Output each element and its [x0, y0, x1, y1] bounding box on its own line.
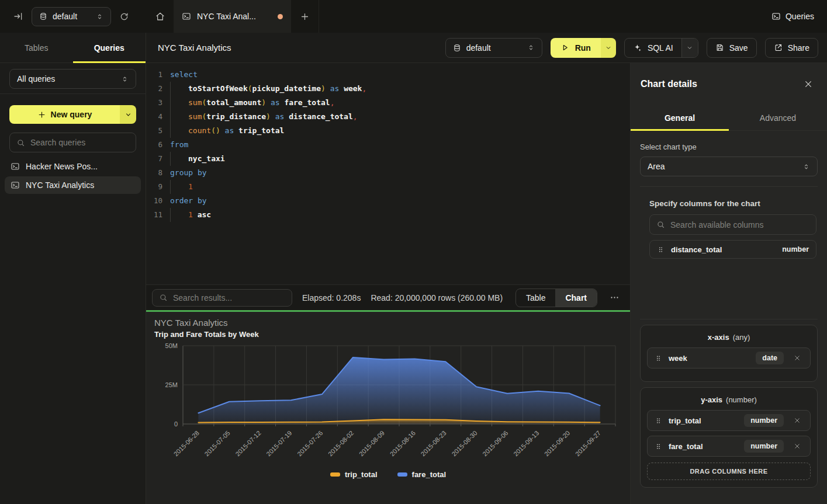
divider — [0, 93, 146, 94]
new-query-main[interactable]: New query — [9, 105, 120, 124]
rows-read: Read: 20,000,000 rows (260.00 MB) — [371, 293, 503, 303]
line-number: 10 — [146, 194, 162, 208]
x-axis-title: x-axis(any) — [647, 333, 811, 342]
query-list-item-selected[interactable]: NYC Taxi Analytics — [5, 176, 141, 194]
sql-ai-button[interactable]: SQL AI — [624, 38, 698, 58]
search-columns-box — [649, 214, 816, 235]
tab-general[interactable]: General — [631, 105, 729, 130]
drag-handle-icon[interactable] — [657, 246, 665, 253]
search-columns-input[interactable] — [670, 220, 809, 230]
legend-swatch-orange — [330, 472, 340, 477]
sql-ai-dropdown[interactable] — [681, 39, 698, 57]
topbar-left: default — [0, 0, 146, 33]
x-tick-label: 2015-07-05 — [203, 429, 231, 457]
share-button[interactable]: Share — [765, 38, 818, 58]
y-axis-column-trip-total[interactable]: trip_total number — [647, 410, 811, 431]
available-column-distance-total[interactable]: distance_total number — [649, 240, 816, 259]
divider — [640, 186, 818, 187]
tab-queries-label: Queries — [94, 43, 124, 53]
line-number: 8 — [146, 166, 162, 180]
view-toggle: Table Chart — [515, 289, 597, 307]
close-icon[interactable] — [804, 79, 813, 89]
x-tick-label: 2015-08-16 — [389, 429, 417, 457]
svg-text:50M: 50M — [165, 342, 178, 349]
search-results-input[interactable] — [173, 293, 285, 303]
new-tab-button[interactable] — [291, 0, 319, 33]
y-axis-column-fare-total[interactable]: fare_total number — [647, 436, 811, 457]
code-line: 1select — [146, 68, 630, 82]
legend-item-fare-total[interactable]: fare_total — [397, 470, 447, 479]
y-axis-title: y-axis(number) — [647, 395, 811, 404]
chart-type-select[interactable]: Area — [640, 157, 818, 176]
toolbar-database-value: default — [466, 43, 522, 53]
collapse-sidebar-icon[interactable] — [11, 9, 26, 24]
remove-column-icon[interactable] — [790, 353, 804, 363]
x-tick-label: 2015-08-02 — [327, 429, 355, 457]
drag-handle-icon[interactable] — [655, 443, 662, 450]
query-filter-select[interactable]: All queries — [9, 69, 136, 89]
query-toolbar: NYC Taxi Analytics default Run — [146, 33, 827, 63]
tab-advanced[interactable]: Advanced — [729, 105, 827, 130]
run-button-main[interactable]: Run — [551, 38, 601, 58]
column-name: fare_total — [669, 442, 738, 451]
drag-columns-dropzone[interactable]: DRAG COLUMNS HERE — [647, 463, 811, 480]
y-axis-dropzone: y-axis(number) trip_total number fare_to… — [640, 387, 818, 488]
remove-column-icon[interactable] — [790, 442, 804, 451]
topbar-database-select[interactable]: default — [32, 7, 111, 26]
search-queries-input[interactable] — [30, 138, 129, 147]
run-options-dropdown[interactable] — [601, 38, 616, 58]
column-type-badge: date — [756, 352, 784, 364]
legend-label: fare_total — [412, 470, 447, 479]
divider — [640, 319, 818, 319]
legend-item-trip-total[interactable]: trip_total — [330, 470, 378, 479]
x-tick-label: 2015-08-09 — [358, 429, 386, 457]
x-axis-dropzone: x-axis(any) week date — [640, 325, 818, 382]
home-tab[interactable] — [146, 0, 174, 33]
drag-handle-icon[interactable] — [655, 354, 662, 362]
main-column: 1select2toStartOfWeek(pickup_datetime) a… — [146, 63, 630, 504]
x-tick-label: 2015-07-26 — [296, 429, 324, 457]
remove-column-icon[interactable] — [790, 416, 804, 425]
search-icon — [16, 138, 25, 147]
view-toggle-table[interactable]: Table — [516, 289, 555, 307]
search-results-box — [152, 289, 292, 307]
new-query-dropdown[interactable] — [120, 105, 136, 124]
tab-tables[interactable]: Tables — [0, 33, 73, 62]
x-tick-label: 2015-07-12 — [234, 429, 262, 457]
tab-tables-label: Tables — [25, 43, 48, 53]
tab-queries[interactable]: Queries — [73, 33, 146, 62]
chart-details-title: Chart details — [641, 79, 697, 89]
query-list-item[interactable]: Hacker News Pos... — [5, 158, 141, 175]
chart-details-tabs: General Advanced — [631, 105, 827, 131]
sql-ai-label: SQL AI — [648, 43, 673, 53]
new-query-button[interactable]: New query — [9, 105, 136, 124]
x-tick-label: 2015-09-20 — [543, 429, 571, 457]
tab-strip: NYC Taxi Anal... — [146, 0, 759, 33]
refresh-icon[interactable] — [117, 9, 132, 24]
column-name: trip_total — [669, 416, 738, 425]
queries-button[interactable]: Queries — [759, 0, 827, 33]
tab-nyc-taxi-analytics[interactable]: NYC Taxi Anal... — [174, 0, 291, 33]
sql-editor[interactable]: 1select2toStartOfWeek(pickup_datetime) a… — [146, 63, 630, 284]
column-type-badge: number — [744, 414, 784, 427]
sql-ai-main[interactable]: SQL AI — [625, 39, 681, 57]
code-line: 7nyc_taxi — [146, 152, 630, 166]
run-button[interactable]: Run — [551, 38, 616, 58]
chart-type-label: Select chart type — [640, 142, 818, 151]
view-toggle-chart[interactable]: Chart — [555, 289, 597, 307]
drag-handle-icon[interactable] — [655, 417, 662, 425]
save-button[interactable]: Save — [707, 38, 757, 58]
chart-details-header: Chart details — [631, 63, 827, 105]
line-number: 4 — [146, 110, 162, 124]
x-tick-label: 2015-08-30 — [450, 429, 478, 457]
tab-title: NYC Taxi Anal... — [197, 12, 272, 21]
play-icon — [560, 43, 569, 52]
line-number: 5 — [146, 124, 162, 138]
column-name: week — [669, 354, 749, 363]
sql-console-app: default NYC Taxi Anal... Queries Tables … — [0, 0, 827, 504]
x-axis-column-week[interactable]: week date — [647, 347, 811, 369]
query-filter-value: All queries — [17, 74, 116, 84]
more-options-icon[interactable] — [607, 291, 622, 304]
toolbar-database-select[interactable]: default — [445, 38, 542, 58]
chart-type-value: Area — [648, 162, 797, 171]
